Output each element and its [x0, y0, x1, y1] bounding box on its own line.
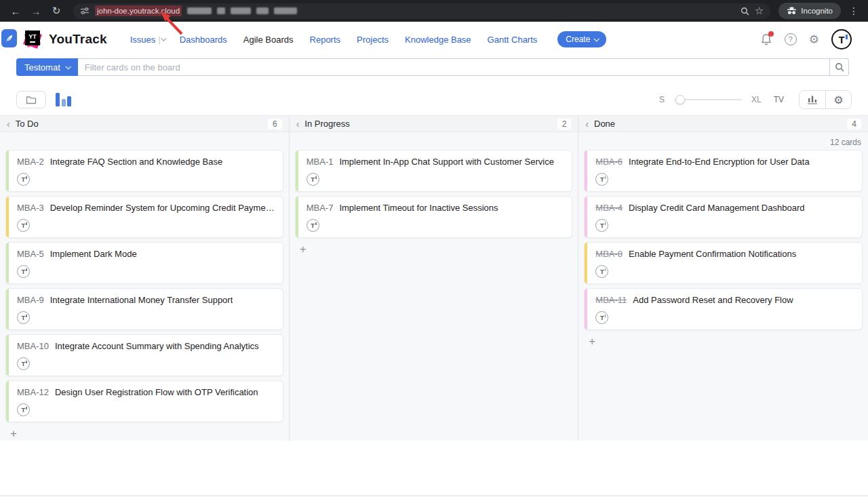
- issue-id[interactable]: MBA-12: [17, 387, 49, 397]
- card-color-stripe: [585, 243, 587, 283]
- collapse-column-icon[interactable]: ‹: [7, 119, 10, 129]
- nav-item-issues[interactable]: Issues: [122, 31, 164, 49]
- card-text: MBA-12 Design User Registration Flow wit…: [17, 387, 275, 397]
- issue-title: Integrate End-to-End Encryption for User…: [629, 157, 810, 167]
- board-chart-button[interactable]: [800, 91, 825, 108]
- assignee-avatar[interactable]: T: [17, 173, 30, 186]
- issue-card[interactable]: MBA-7 Implement Timeout for Inactive Ses…: [295, 196, 573, 238]
- issue-id[interactable]: MBA-11: [595, 295, 627, 305]
- column-header[interactable]: ‹ In Progress 2: [290, 116, 578, 132]
- card-size-slider[interactable]: [674, 95, 742, 104]
- issue-id[interactable]: MBA-5: [17, 249, 44, 259]
- column-body: MBA-2 Integrate FAQ Section and Knowledg…: [0, 132, 289, 441]
- issue-card[interactable]: MBA-11 Add Password Reset and Recovery F…: [584, 288, 863, 330]
- nav-item-dashboards[interactable]: Dashboards: [172, 31, 235, 49]
- sprint-folder-button[interactable]: [16, 91, 46, 108]
- issue-card[interactable]: MBA-2 Integrate FAQ Section and Knowledg…: [5, 150, 283, 192]
- browser-toolbar: ← → ↻ john-doe.youtrack.cloud ☆: [0, 0, 868, 22]
- create-button[interactable]: Create: [557, 31, 606, 47]
- back-icon[interactable]: ←: [7, 2, 24, 20]
- nav-item-projects[interactable]: Projects: [349, 31, 397, 49]
- forward-icon[interactable]: →: [27, 2, 45, 20]
- assignee-avatar[interactable]: T: [17, 311, 30, 324]
- issue-card[interactable]: MBA-4 Display Credit Card Management Das…: [584, 196, 863, 238]
- browser-menu-icon[interactable]: ⋮: [844, 5, 861, 16]
- issue-card[interactable]: MBA-1 Implement In-App Chat Support with…: [295, 150, 573, 192]
- issue-card[interactable]: MBA-5 Implement Dark Mode T: [5, 242, 283, 284]
- filter-input[interactable]: [78, 58, 830, 76]
- address-bar[interactable]: john-doe.youtrack.cloud ☆: [73, 3, 770, 19]
- add-card-button[interactable]: +: [8, 428, 19, 439]
- card-color-stripe: [585, 197, 587, 237]
- issue-card[interactable]: MBA-6 Integrate End-to-End Encryption fo…: [584, 150, 863, 192]
- settings-gear-icon[interactable]: ⚙: [809, 34, 819, 45]
- assignee-avatar[interactable]: T: [307, 173, 319, 186]
- assignee-avatar[interactable]: T: [307, 219, 319, 232]
- column-header[interactable]: ‹ To Do 6: [0, 116, 289, 132]
- slider-knob[interactable]: [675, 95, 685, 104]
- assignee-avatar[interactable]: T: [17, 265, 30, 278]
- board-settings-button[interactable]: ⚙: [825, 91, 851, 108]
- redacted-block: [187, 7, 212, 14]
- search-button[interactable]: [830, 58, 849, 76]
- card-text: MBA-5 Implement Dark Mode: [17, 249, 275, 259]
- column-title: To Do: [16, 119, 39, 129]
- issue-card[interactable]: MBA-12 Design User Registration Flow wit…: [5, 380, 283, 422]
- assignee-avatar[interactable]: T: [595, 311, 608, 324]
- card-color-stripe: [6, 381, 9, 422]
- assignee-avatar[interactable]: T: [595, 173, 608, 186]
- add-card-button[interactable]: +: [587, 336, 597, 347]
- issue-title: Display Credit Card Management Dashboard: [629, 203, 804, 213]
- issue-id[interactable]: MBA-7: [307, 203, 334, 213]
- issue-card[interactable]: MBA-8 Enable Payment Confirmation Notifi…: [584, 242, 863, 284]
- collapse-column-icon[interactable]: ‹: [585, 119, 589, 129]
- column-title: Done: [594, 119, 615, 129]
- chart-view-toggle-icon[interactable]: [56, 93, 71, 106]
- site-info-icon[interactable]: [80, 6, 90, 16]
- issue-id[interactable]: MBA-1: [307, 157, 334, 167]
- zoom-search-icon[interactable]: [741, 7, 749, 16]
- card-text: MBA-4 Display Credit Card Management Das…: [595, 203, 854, 213]
- issue-id[interactable]: MBA-10: [17, 341, 49, 351]
- issue-card[interactable]: MBA-9 Integrate International Money Tran…: [5, 288, 283, 330]
- tv-mode-button[interactable]: TV: [774, 95, 784, 104]
- assignee-avatar[interactable]: T: [17, 403, 30, 416]
- extension-tab[interactable]: [1, 29, 17, 47]
- board-selector-button[interactable]: Testomat: [16, 58, 78, 76]
- bookmark-star-icon[interactable]: ☆: [755, 5, 764, 17]
- issue-id[interactable]: MBA-9: [17, 295, 44, 305]
- issue-id[interactable]: MBA-3: [17, 203, 44, 213]
- nav-item-gantt-charts[interactable]: Gantt Charts: [479, 31, 546, 49]
- display-controls: S XL TV ⚙: [659, 90, 852, 109]
- assignee-avatar[interactable]: T: [595, 219, 608, 232]
- issue-title: Enable Payment Confirmation Notification…: [629, 249, 796, 259]
- assignee-avatar[interactable]: T: [17, 357, 30, 370]
- help-icon[interactable]: ?: [785, 33, 797, 45]
- nav-item-reports[interactable]: Reports: [302, 31, 349, 49]
- add-card-button[interactable]: +: [298, 243, 309, 255]
- nav-item-knowledge-base[interactable]: Knowledge Base: [397, 31, 479, 49]
- issue-title: Integrate International Money Transfer S…: [50, 295, 233, 305]
- assignee-avatar[interactable]: T: [17, 219, 30, 232]
- issue-title: Implement In-App Chat Support with Custo…: [339, 157, 553, 167]
- issue-id[interactable]: MBA-4: [595, 203, 623, 213]
- assignee-avatar[interactable]: T: [595, 265, 608, 278]
- column-header[interactable]: ‹ Done 4: [578, 116, 868, 132]
- youtrack-logo[interactable]: YT YouTrack: [23, 30, 107, 49]
- issue-id[interactable]: MBA-2: [17, 157, 44, 167]
- url-text[interactable]: john-doe.youtrack.cloud: [95, 5, 182, 16]
- reload-icon[interactable]: ↻: [47, 2, 65, 20]
- issue-card[interactable]: MBA-3 Develop Reminder System for Upcomi…: [5, 196, 283, 238]
- card-color-stripe: [6, 289, 9, 329]
- card-color-stripe: [6, 150, 9, 191]
- app-header: YT YouTrack Issues|DashboardsAgile Board…: [0, 22, 868, 57]
- issue-card[interactable]: MBA-10 Integrate Account Summary with Sp…: [5, 334, 283, 376]
- collapse-column-icon[interactable]: ‹: [296, 119, 300, 129]
- brand-name: YouTrack: [49, 32, 107, 47]
- notifications-bell-icon[interactable]: [760, 33, 772, 46]
- user-avatar[interactable]: T: [831, 29, 852, 49]
- redacted-block: [274, 7, 297, 14]
- issue-id[interactable]: MBA-6: [595, 157, 623, 167]
- nav-item-agile-boards[interactable]: Agile Boards: [235, 31, 302, 49]
- issue-id[interactable]: MBA-8: [595, 249, 623, 259]
